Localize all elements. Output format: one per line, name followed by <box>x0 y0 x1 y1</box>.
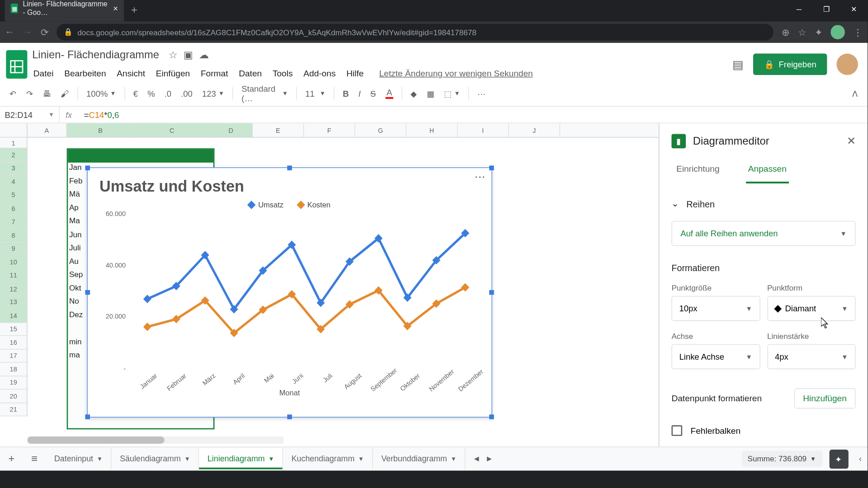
horizontal-scrollbar[interactable] <box>28 436 284 444</box>
apply-to-series-select[interactable]: Auf alle Reihen anwenden▼ <box>671 221 855 246</box>
quicksum[interactable]: Summe: 736.809▼ <box>741 451 822 467</box>
row-header[interactable]: 16 <box>0 336 27 349</box>
extensions-icon[interactable]: ✦ <box>815 27 822 38</box>
account-avatar[interactable] <box>836 53 858 75</box>
row-header[interactable]: 18 <box>0 363 27 376</box>
zoom-indicator-icon[interactable]: ⊕ <box>782 27 789 38</box>
embedded-chart[interactable]: ⋮ Umsatz und Kosten Umsatz Kosten 60.000… <box>87 167 492 418</box>
zoom-select[interactable]: 100% ▼ <box>83 86 119 100</box>
font-size-select[interactable]: 11 ▼ <box>302 86 329 100</box>
forward-button[interactable]: → <box>23 27 32 38</box>
row-header[interactable]: 1 <box>0 137 27 148</box>
print-button[interactable]: 🖶 <box>39 86 55 100</box>
line-width-select[interactable]: 4px▼ <box>767 344 856 369</box>
column-header[interactable]: D <box>210 123 253 137</box>
window-maximize[interactable]: ❐ <box>813 0 840 19</box>
column-header[interactable]: I <box>458 123 509 137</box>
menu-daten[interactable]: Daten <box>234 66 267 80</box>
add-sheet-button[interactable]: + <box>0 453 23 465</box>
column-header[interactable]: A <box>28 123 67 137</box>
row-header[interactable]: 15 <box>0 323 27 336</box>
share-button[interactable]: 🔒 Freigeben <box>753 53 827 75</box>
more-toolbar-button[interactable]: ⋯ <box>474 86 489 100</box>
column-header[interactable]: G <box>355 123 406 137</box>
column-header[interactable]: F <box>304 123 355 137</box>
menu-bearbeiten[interactable]: Bearbeiten <box>60 66 111 80</box>
bookmark-star-icon[interactable]: ☆ <box>798 27 806 38</box>
text-color-button[interactable]: A <box>382 85 397 101</box>
row-header[interactable]: 14 <box>0 309 27 323</box>
row-header[interactable]: 13 <box>0 296 27 309</box>
currency-button[interactable]: € <box>130 86 142 100</box>
sheet-tab[interactable]: Verbunddiagramm ▼ <box>373 448 466 469</box>
column-header[interactable]: C <box>135 123 210 137</box>
row-header[interactable]: 7 <box>0 215 27 229</box>
row-header[interactable]: 21 <box>0 403 27 417</box>
menu-datei[interactable]: Datei <box>28 66 58 80</box>
document-title[interactable]: Linien- Flächendiagramme <box>28 47 163 62</box>
spreadsheet-grid[interactable]: ABCDEFGHIJ 12345678910111213141516171819… <box>0 123 659 468</box>
row-header[interactable]: 5 <box>0 188 27 202</box>
sheet-tab[interactable]: Dateninput ▼ <box>46 448 112 469</box>
error-bars-checkbox[interactable]: Fehlerbalken <box>671 417 855 445</box>
side-panel-toggle[interactable]: ‹ <box>853 455 868 464</box>
collapse-toolbar-button[interactable]: ᐱ <box>849 86 862 100</box>
menu-hilfe[interactable]: Hilfe <box>342 66 368 80</box>
reload-button[interactable]: ⟳ <box>41 27 48 38</box>
series-section-toggle[interactable]: ⌄ Reihen <box>671 191 855 216</box>
point-size-select[interactable]: 10px▼ <box>671 296 760 321</box>
star-icon[interactable]: ☆ <box>169 49 178 61</box>
tab-setup[interactable]: Einrichtung <box>674 155 722 183</box>
all-sheets-button[interactable]: ≡ <box>23 453 46 465</box>
browser-menu-icon[interactable]: ⋮ <box>853 27 863 38</box>
sheet-next-button[interactable]: ► <box>486 455 494 464</box>
window-close[interactable]: ✕ <box>840 0 868 19</box>
row-header[interactable]: 4 <box>0 175 27 188</box>
sheet-tab[interactable]: Kuchendiagramm ▼ <box>283 448 373 469</box>
paint-format-button[interactable]: 🖌 <box>57 86 73 100</box>
new-tab-button[interactable]: + <box>124 0 144 21</box>
sheet-prev-button[interactable]: ◄ <box>472 455 481 464</box>
row-header[interactable]: 10 <box>0 255 27 269</box>
sheets-logo-icon[interactable] <box>5 48 29 80</box>
decrease-decimals-button[interactable]: .0 <box>161 86 175 100</box>
tab-customize[interactable]: Anpassen <box>746 155 789 183</box>
move-icon[interactable]: ▣ <box>184 49 193 61</box>
row-header[interactable]: 6 <box>0 202 27 216</box>
row-header[interactable]: 20 <box>0 389 27 403</box>
point-shape-select[interactable]: Diamant▼ <box>767 296 856 321</box>
italic-button[interactable]: I <box>355 86 364 100</box>
close-tab-icon[interactable]: × <box>113 4 118 13</box>
column-header[interactable]: E <box>253 123 304 137</box>
borders-button[interactable]: ▦ <box>423 86 438 100</box>
increase-decimals-button[interactable]: .00 <box>177 86 196 100</box>
window-minimize[interactable]: ─ <box>785 0 813 19</box>
column-header[interactable]: H <box>406 123 458 137</box>
row-header[interactable]: 3 <box>0 162 27 175</box>
last-edit-link[interactable]: Letzte Änderung vor wenigen Sekunden <box>374 66 538 80</box>
row-header[interactable]: 11 <box>0 269 27 282</box>
undo-button[interactable]: ↶ <box>6 86 20 100</box>
merge-button[interactable]: ⬚▼ <box>440 86 463 100</box>
add-datapoint-button[interactable]: Hinzufügen <box>794 388 855 408</box>
column-header[interactable]: B <box>67 123 135 137</box>
menu-ansicht[interactable]: Ansicht <box>112 66 150 80</box>
strikethrough-button[interactable]: S <box>367 86 379 100</box>
menu-tools[interactable]: Tools <box>268 66 297 80</box>
percent-button[interactable]: % <box>144 86 158 100</box>
axis-select[interactable]: Linke Achse▼ <box>671 344 760 369</box>
chart-menu-icon[interactable]: ⋮ <box>474 172 487 181</box>
row-header[interactable]: 2 <box>0 148 27 162</box>
row-header[interactable]: 12 <box>0 282 27 296</box>
menu-format[interactable]: Format <box>196 66 233 80</box>
menu-add-ons[interactable]: Add-ons <box>299 66 340 80</box>
formula-input[interactable]: =C14*0,6 <box>78 110 119 119</box>
url-bar[interactable]: 🔒 docs.google.com/spreadsheets/d/16sZAG8… <box>57 24 774 41</box>
sheet-tab[interactable]: Säulendiagramm ▼ <box>112 448 199 469</box>
name-box[interactable]: B2:D14▼ <box>0 107 60 123</box>
explore-button[interactable]: ✦ <box>829 449 848 468</box>
column-header[interactable]: J <box>509 123 560 137</box>
sheet-tab[interactable]: Liniendiagramm ▼ <box>199 448 283 469</box>
redo-button[interactable]: ↷ <box>23 86 37 100</box>
profile-avatar[interactable] <box>830 25 845 39</box>
